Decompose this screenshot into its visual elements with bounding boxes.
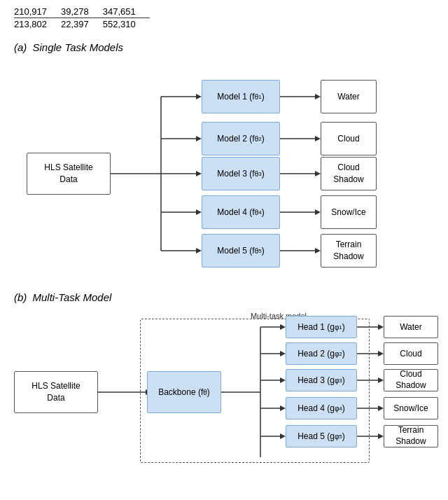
svg-marker-21	[315, 248, 321, 254]
svg-marker-45	[378, 433, 384, 439]
head-5: Head 5 (gφ5)	[286, 425, 357, 447]
section-b: (b) Multi-Task Model	[0, 291, 448, 473]
svg-marker-10	[196, 209, 202, 215]
svg-marker-19	[315, 171, 321, 176]
model-2: Model 2 (fθ2)	[202, 122, 280, 155]
diagram-b: Multi-task model HLS SatelliteData Backb…	[7, 312, 441, 473]
table-cell: 210,917	[14, 6, 61, 18]
svg-marker-43	[378, 377, 384, 383]
output-water-a: Water	[321, 80, 377, 113]
backbone-box: Backbone (fθ)	[147, 371, 221, 413]
head-4: Head 4 (gφ4)	[286, 397, 357, 419]
section-a-title: (a) Single Task Models	[7, 41, 441, 53]
svg-marker-9	[196, 171, 202, 176]
svg-marker-44	[378, 405, 384, 411]
output-water-b: Water	[384, 316, 438, 338]
svg-marker-41	[378, 324, 384, 330]
head-1: Head 1 (gφ1)	[286, 316, 357, 338]
table-cell: 213,802	[14, 18, 61, 31]
model-5: Model 5 (fθ5)	[202, 234, 280, 268]
data-table: 210,91739,278347,651213,80222,397552,310	[0, 0, 448, 41]
table-cell: 347,651	[103, 6, 150, 18]
head-3: Head 3 (gφ3)	[286, 369, 357, 391]
head-2: Head 2 (gφ2)	[286, 342, 357, 365]
svg-marker-11	[196, 248, 202, 254]
svg-marker-7	[196, 94, 202, 99]
svg-marker-8	[196, 136, 202, 141]
section-a: (a) Single Task Models	[0, 41, 448, 286]
svg-marker-18	[315, 136, 321, 141]
output-snow-b: Snow/Ice	[384, 397, 438, 419]
section-b-title-text: Multi-Task Model	[33, 291, 112, 303]
model-3: Model 3 (fθ3)	[202, 157, 280, 190]
table-cell: 39,278	[61, 6, 103, 18]
output-cloud-shadow-b: CloudShadow	[384, 369, 438, 391]
model-4: Model 4 (fθ4)	[202, 195, 280, 229]
input-box-a: HLS SatelliteData	[27, 153, 111, 195]
model-1: Model 1 (fθ1)	[202, 80, 280, 113]
table-cell: 22,397	[61, 18, 103, 31]
section-b-label: (b)	[14, 291, 27, 303]
output-cloud-a: Cloud	[321, 122, 377, 155]
input-box-b: HLS SatelliteData	[14, 371, 98, 413]
section-a-label: (a)	[14, 41, 27, 53]
section-a-title-text: Single Task Models	[33, 41, 124, 53]
output-terrain-b: TerrainShadow	[384, 425, 438, 447]
output-cloud-shadow-a: CloudShadow	[321, 157, 377, 190]
diagram-a: HLS SatelliteData Model 1 (fθ1) Model 2 …	[7, 62, 441, 286]
svg-marker-42	[378, 351, 384, 356]
output-terrain-a: TerrainShadow	[321, 234, 377, 268]
svg-marker-17	[315, 94, 321, 99]
output-cloud-b: Cloud	[384, 342, 438, 365]
svg-marker-20	[315, 209, 321, 215]
section-b-title: (b) Multi-Task Model	[7, 291, 441, 303]
table-cell: 552,310	[103, 18, 150, 31]
output-snow-a: Snow/Ice	[321, 195, 377, 229]
